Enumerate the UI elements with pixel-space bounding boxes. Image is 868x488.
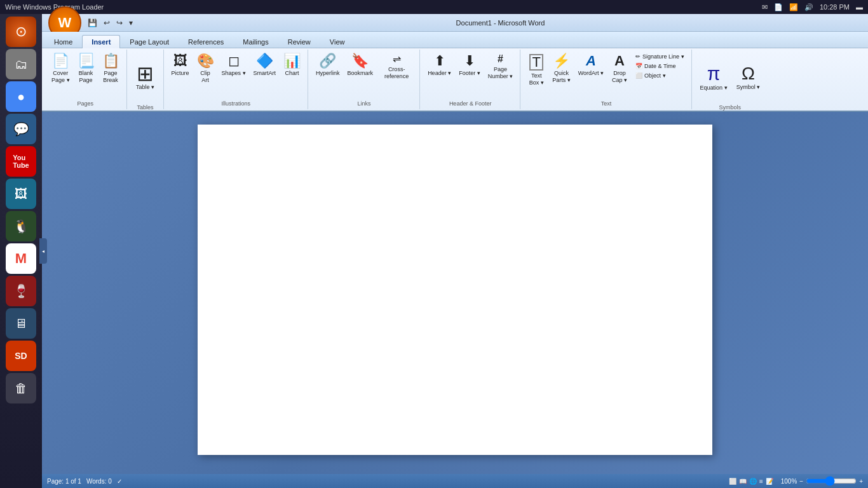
equation-button[interactable]: π Equation ▾ <box>696 52 731 102</box>
text-box-button[interactable]: T TextBox ▾ <box>525 52 548 88</box>
battery-icon: ▬ <box>856 3 863 11</box>
sidebar-collapse-arrow[interactable]: ◂ <box>39 238 47 264</box>
word-count: Words: 0 <box>86 478 112 485</box>
document-area[interactable] <box>42 112 868 474</box>
document-icon: 📄 <box>774 3 783 11</box>
quick-parts-button[interactable]: ⚡ QuickParts ▾ <box>549 52 574 88</box>
table-icon: ⊞ <box>137 64 154 84</box>
document-page[interactable] <box>198 125 712 455</box>
tab-home[interactable]: Home <box>44 35 82 48</box>
illustrations-label: Illustrations <box>168 99 304 108</box>
text-large-buttons: T TextBox ▾ ⚡ QuickParts ▾ A WordArt ▾ A… <box>525 52 631 88</box>
chart-button[interactable]: 📊 Chart <box>280 52 304 79</box>
sidebar-icon-files[interactable]: 🗂 <box>6 49 36 79</box>
tab-insert[interactable]: Insert <box>82 35 120 48</box>
office-logo: W <box>58 15 72 31</box>
picture-button[interactable]: 🖼 Picture <box>168 52 193 79</box>
sidebar-icon-sdcard[interactable]: SD <box>6 341 36 371</box>
ribbon-content: 📄 CoverPage ▾ 📃 BlankPage 📋 PageBreak Pa… <box>42 48 868 112</box>
table-button[interactable]: ⊞ Table ▾ <box>132 52 159 102</box>
signature-line-button[interactable]: ✏ Signature Line ▾ <box>632 52 688 61</box>
symbols-group: π Equation ▾ Ω Symbol ▾ Symbols <box>693 50 768 109</box>
blank-page-icon: 📃 <box>78 54 95 68</box>
shapes-button[interactable]: ◻ Shapes ▾ <box>219 52 249 79</box>
symbol-button[interactable]: Ω Symbol ▾ <box>733 52 764 102</box>
draft-icon[interactable]: 📝 <box>766 478 773 485</box>
object-icon: ⬜ <box>635 72 642 79</box>
ribbon-tabs: Home Insert Page Layout References Maili… <box>42 32 868 48</box>
sidebar-icon-gmail[interactable]: M <box>6 243 36 274</box>
hyperlink-button[interactable]: 🔗 Hyperlink <box>313 52 343 79</box>
bookmark-button[interactable]: 🔖 Bookmark <box>344 52 377 79</box>
tab-pagelayout[interactable]: Page Layout <box>120 35 179 48</box>
titlebar: Wine Windows Program Loader ✉ 📄 📶 🔊 10:2… <box>0 0 868 14</box>
spell-check-icon[interactable]: ✓ <box>117 478 122 485</box>
volume-icon: 🔊 <box>804 3 813 11</box>
tab-references[interactable]: References <box>179 35 233 48</box>
statusbar: Page: 1 of 1 Words: 0 ✓ ⬜ 📖 🌐 ≡ 📝 100% −… <box>42 474 868 488</box>
date-time-icon: 📅 <box>635 63 642 69</box>
shapes-icon: ◻ <box>228 54 240 68</box>
smartart-button[interactable]: 🔷 SmartArt <box>250 52 280 79</box>
print-layout-icon[interactable]: ⬜ <box>729 478 736 485</box>
customize-button[interactable]: ▾ <box>126 17 135 29</box>
header-button[interactable]: ⬆ Header ▾ <box>424 52 454 79</box>
outline-icon[interactable]: ≡ <box>759 478 763 485</box>
sidebar-icon-pics[interactable]: 🖼 <box>6 179 36 209</box>
smartart-icon: 🔷 <box>256 54 273 68</box>
tab-mailings[interactable]: Mailings <box>233 35 278 48</box>
page-break-button[interactable]: 📋 PageBreak <box>99 52 123 86</box>
cover-page-icon: 📄 <box>52 54 69 68</box>
sidebar-icon-youtube[interactable]: YouTube <box>6 146 36 177</box>
sidebar-icon-trash[interactable]: 🗑 <box>6 373 36 403</box>
web-layout-icon[interactable]: 🌐 <box>749 478 757 485</box>
symbol-icon: Ω <box>742 64 755 84</box>
cover-page-button[interactable]: 📄 CoverPage ▾ <box>48 52 73 86</box>
sidebar-icon-chrome[interactable]: ● <box>6 81 36 112</box>
tables-items: ⊞ Table ▾ <box>132 51 159 103</box>
window-title: Document1 - Microsoft Word <box>137 19 864 27</box>
quick-parts-icon: ⚡ <box>553 54 570 68</box>
wordart-icon: A <box>586 54 596 68</box>
links-items: 🔗 Hyperlink 🔖 Bookmark ⇌ Cross-reference <box>313 51 416 99</box>
picture-icon: 🖼 <box>173 54 187 68</box>
links-group: 🔗 Hyperlink 🔖 Bookmark ⇌ Cross-reference… <box>309 50 420 109</box>
tab-view[interactable]: View <box>320 35 355 48</box>
header-footer-items: ⬆ Header ▾ ⬇ Footer ▾ # PageNumber ▾ <box>424 51 516 99</box>
wordart-button[interactable]: A WordArt ▾ <box>575 52 607 88</box>
tab-review[interactable]: Review <box>278 35 320 48</box>
symbols-items: π Equation ▾ Ω Symbol ▾ <box>696 51 764 103</box>
object-button[interactable]: ⬜ Object ▾ <box>632 71 688 80</box>
sidebar-icon-wine[interactable]: 🍷 <box>6 276 36 306</box>
sidebar-icon-ubuntu[interactable]: ⊙ <box>6 17 36 47</box>
save-button[interactable]: 💾 <box>85 17 100 29</box>
symbols-label: Symbols <box>696 103 764 112</box>
zoom-in-button[interactable]: + <box>859 478 863 485</box>
drop-cap-button[interactable]: A DropCap ▾ <box>608 52 631 88</box>
sidebar-icon-monitor[interactable]: 🖥 <box>6 308 36 339</box>
full-reading-icon[interactable]: 📖 <box>739 478 747 485</box>
page-number-button[interactable]: # PageNumber ▾ <box>485 52 517 82</box>
undo-button[interactable]: ↩ <box>101 17 112 29</box>
sidebar-icon-penguin[interactable]: 🐧 <box>6 211 36 241</box>
sidebar-icon-beebeep[interactable]: 💬 <box>6 114 36 144</box>
footer-button[interactable]: ⬇ Footer ▾ <box>456 52 484 79</box>
pages-group: 📄 CoverPage ▾ 📃 BlankPage 📋 PageBreak Pa… <box>44 50 127 109</box>
clip-art-button[interactable]: 🎨 ClipArt <box>194 52 217 86</box>
text-box-icon: T <box>529 54 543 71</box>
redo-button[interactable]: ↪ <box>114 17 125 29</box>
links-label: Links <box>313 99 416 108</box>
zoom-out-button[interactable]: − <box>799 478 803 485</box>
bookmark-icon: 🔖 <box>351 54 369 68</box>
cross-reference-button[interactable]: ⇌ Cross-reference <box>377 52 416 82</box>
blank-page-button[interactable]: 📃 BlankPage <box>74 52 98 86</box>
signature-line-icon: ✏ <box>635 53 641 60</box>
chart-icon: 📊 <box>283 54 301 68</box>
date-time-button[interactable]: 📅 Date & Time <box>632 62 688 71</box>
header-icon: ⬆ <box>434 54 445 68</box>
statusbar-right: ⬜ 📖 🌐 ≡ 📝 100% − + <box>729 477 863 485</box>
text-small-buttons: ✏ Signature Line ▾ 📅 Date & Time ⬜ Objec… <box>632 52 688 80</box>
zoom-slider[interactable] <box>806 477 857 485</box>
header-footer-group: ⬆ Header ▾ ⬇ Footer ▾ # PageNumber ▾ Hea… <box>421 50 520 109</box>
illustrations-items: 🖼 Picture 🎨 ClipArt ◻ Shapes ▾ 🔷 SmartAr… <box>168 51 304 99</box>
